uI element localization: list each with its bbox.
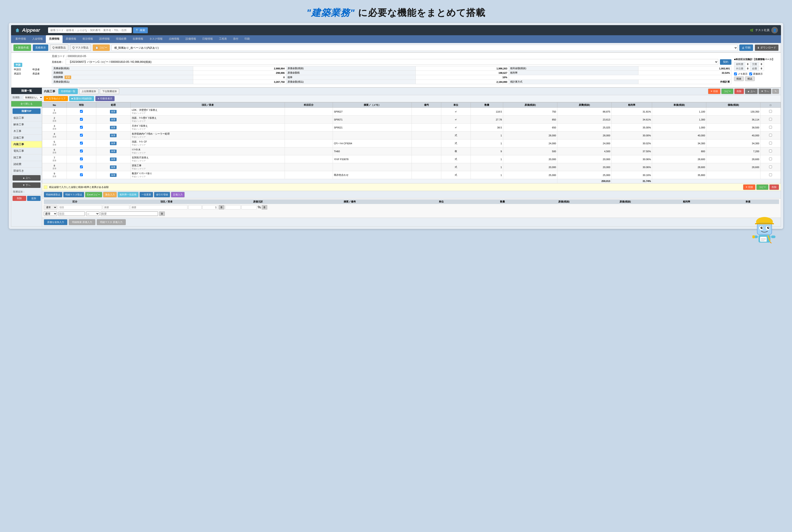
sidebar-add-button[interactable]: 追加 [27, 196, 41, 201]
tab-daily[interactable]: 日報情報 [199, 35, 216, 43]
sidebar-delete-button[interactable]: 削除 [13, 196, 26, 201]
search-take-button[interactable]: Q 検索取込 [50, 44, 68, 51]
blank-select[interactable]: -- [86, 211, 99, 216]
tax-excl-btn[interactable]: 税抜 [734, 76, 744, 81]
type-select[interactable]: 通常 [44, 205, 57, 210]
sidebar-item-nebiki[interactable]: 部値引き [11, 168, 42, 174]
calc-btn[interactable]: 🗓 [262, 205, 267, 209]
sidebar-down-button[interactable]: ▼ 下へ [13, 183, 40, 188]
row7-active[interactable] [67, 155, 96, 163]
level-select[interactable]: 階層固定なし [23, 95, 43, 99]
tab-invoice[interactable]: 請求情報 [96, 35, 113, 43]
master-cost-button[interactable]: 明細マスタ 原価入力 [97, 219, 126, 225]
cost-input[interactable] [103, 205, 129, 209]
tax-incl-btn[interactable]: 税込 [745, 76, 755, 81]
sidebar-up-button[interactable]: ▲ 上へ [13, 175, 40, 180]
row3-active[interactable] [67, 124, 96, 132]
contract-button[interactable]: 契約 [720, 59, 731, 65]
bottom-cut-btn[interactable]: ✕ 切捨 [743, 184, 755, 190]
cut-button[interactable]: ✕ 切捨 [708, 89, 720, 94]
num-clear-button[interactable]: ■ 数量0の明細削除 [69, 96, 94, 101]
download-button[interactable]: ⬇ ダウンロード [755, 44, 778, 51]
cost-check-label[interactable]: 原価表示 [749, 72, 763, 76]
upper-layer-add-btn[interactable]: 上位階層追加 [79, 89, 98, 94]
tab-order[interactable]: 発注情報 [79, 35, 96, 43]
master-take-button[interactable]: Q マスタ取込 [70, 44, 91, 51]
print-toggle-button[interactable]: ⊕ 印刷非表示 [95, 96, 115, 101]
memo-check-label[interactable]: メモ表示 [734, 72, 748, 76]
row2-active[interactable] [67, 116, 96, 124]
lower-layer-add-btn[interactable]: 下位階層追加 [100, 89, 119, 94]
cost-unit-input[interactable] [225, 205, 241, 209]
copy-button[interactable]: 📋 コピー [93, 44, 110, 51]
tab-schedule[interactable]: 工程表 [216, 35, 230, 43]
row5-check[interactable] [760, 139, 781, 147]
tab-quote[interactable]: 見積情報 [46, 35, 62, 43]
sidebar-item-shoukeihi[interactable]: 諸経費 [11, 161, 42, 168]
bottom-copy-btn[interactable]: コピー [756, 184, 769, 190]
print-button[interactable]: 🖨 印刷 [739, 44, 753, 51]
gross-rate-input[interactable] [242, 205, 257, 209]
quote-name-select[interactable]: 【2023/08/07】パターンC-コピー / 0000001810-05 / … [65, 59, 718, 65]
edit-button[interactable]: ✎ [772, 89, 779, 94]
tab-inspection[interactable]: 点検情報 [166, 35, 183, 43]
qty-calc-btn[interactable]: 🗓 [219, 205, 224, 209]
cost-add-button[interactable]: 原価を追加入力 [44, 219, 68, 225]
sidebar-item-kaitai[interactable]: 解体工事 [11, 121, 42, 128]
row4-active[interactable] [67, 132, 96, 139]
new-button[interactable]: + 新規作成 [14, 44, 31, 51]
bottom-del-btn[interactable]: 削除 [769, 184, 779, 190]
tab-attachment[interactable]: 添付 [230, 35, 242, 43]
tab-print[interactable]: 印刷 [242, 35, 253, 43]
all-close-button[interactable]: 全て閉じる [11, 101, 42, 107]
color-clear-button[interactable]: ✦ 文字色のクリア [44, 96, 68, 101]
row5-active[interactable] [67, 139, 96, 147]
batch-input-btn[interactable]: 激合入力 [103, 192, 117, 197]
row1-active[interactable] [67, 108, 96, 116]
delete-button[interactable]: 削除 [734, 89, 744, 94]
row9-check[interactable] [760, 171, 781, 179]
search-input2[interactable] [58, 211, 85, 216]
tab-inventory[interactable]: 在庫情報 [130, 35, 146, 43]
summary-input[interactable] [130, 205, 187, 209]
qty-input[interactable] [203, 205, 218, 209]
bulk-update-btn[interactable]: 一括更新 [139, 192, 153, 197]
memo-input[interactable] [101, 211, 158, 216]
hierarchy-top-button[interactable]: 階層TOP [13, 108, 40, 114]
memo-btn[interactable]: 🗓 [159, 211, 165, 216]
row4-check[interactable] [760, 132, 781, 139]
copy2-button[interactable]: コピー [721, 89, 733, 94]
sidebar-item-kasestu[interactable]: 仮設工事 [11, 115, 42, 121]
template-select[interactable]: 横_階層あり_改ページあり(内訳あり) [112, 45, 738, 51]
ref-register-btn[interactable]: 値引行登録 [154, 192, 170, 197]
row3-check[interactable] [760, 124, 781, 132]
sidebar-item-denki[interactable]: 電気工事 [11, 148, 42, 154]
sidebar-item-moku[interactable]: 木工事 [11, 128, 42, 135]
search-button[interactable]: 🔍 検索 [133, 27, 148, 33]
sidebar-item-naiso[interactable]: 内装工事 [11, 141, 42, 148]
item-input[interactable] [58, 205, 102, 209]
tax-adj-change-btn[interactable]: 変更 [64, 76, 71, 79]
search-input[interactable] [48, 27, 132, 33]
row6-active[interactable] [67, 147, 96, 155]
detail-tab-list[interactable]: 見積明細一覧 [58, 89, 78, 94]
tab-task[interactable]: タスク情報 [146, 35, 166, 43]
row8-check[interactable] [760, 163, 781, 171]
list-button[interactable]: 見積表示 [33, 44, 48, 51]
row9-active[interactable] [67, 171, 96, 179]
sub-type-select[interactable]: 通常 [44, 211, 57, 216]
sidebar-item-setsubu[interactable]: 設備工事 [11, 135, 42, 141]
tab-cost[interactable]: 原価情報 [62, 35, 79, 43]
sidebar-item-zakkou[interactable]: 雑工事 [11, 154, 42, 161]
tab-case[interactable]: 案件情報 [12, 35, 29, 43]
row2-check[interactable] [760, 116, 781, 124]
down-button[interactable]: ▼ 下へ [758, 89, 771, 94]
row7-check[interactable] [760, 155, 781, 163]
gross-reflect-btn[interactable]: 粗利率一括反映 [118, 192, 138, 197]
search-take-btn2[interactable]: 明細検索取込 [44, 192, 62, 197]
memo-checkbox[interactable] [734, 73, 737, 75]
master-take-btn2[interactable]: 明細マスタ取込 [63, 192, 84, 197]
avatar[interactable]: 👤 [771, 27, 778, 34]
tab-equipment[interactable]: 設備情報 [183, 35, 199, 43]
unit-input[interactable] [188, 205, 202, 209]
